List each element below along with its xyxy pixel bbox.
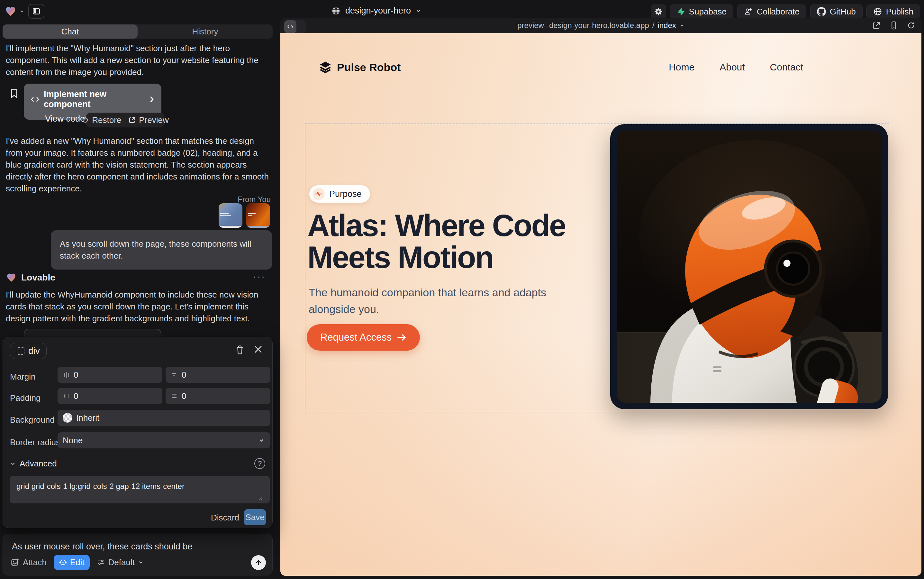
margin-y-value[interactable]	[182, 370, 265, 380]
open-in-new-tab-icon[interactable]	[872, 21, 881, 30]
purpose-badge-label: Purpose	[329, 189, 362, 199]
supabase-icon	[677, 7, 685, 16]
preview-url-host: preview--design-your-hero.lovable.app	[517, 21, 649, 30]
padding-label: Padding	[10, 393, 41, 403]
chevron-down-icon	[10, 461, 16, 467]
hero-subheading: The humanoid companion that learns and a…	[309, 284, 563, 317]
site-nav: Pulse Robot Home About Contact	[318, 58, 883, 76]
code-icon	[31, 96, 39, 103]
attach-button[interactable]: Attach	[11, 558, 47, 568]
mobile-view-icon[interactable]	[889, 21, 898, 30]
sidebar-toggle-button[interactable]	[28, 4, 44, 19]
chevron-down-icon	[679, 23, 684, 28]
request-access-button[interactable]: Request Access	[307, 324, 420, 351]
assistant-message-2: I've added a new "Why Humanoid" section …	[6, 135, 273, 195]
padding-y-icon	[171, 393, 178, 399]
supabase-button[interactable]: Supabase	[670, 5, 733, 19]
edit-mode-button[interactable]: Edit	[54, 555, 90, 570]
padding-x-value[interactable]	[73, 391, 157, 401]
help-icon[interactable]: ?	[254, 458, 265, 469]
preview-url-bar[interactable]: preview--design-your-hero.lovable.app / …	[280, 18, 921, 33]
close-inspector-button[interactable]	[254, 345, 263, 354]
delete-element-button[interactable]	[235, 345, 245, 355]
publish-globe-icon	[873, 7, 882, 16]
preview-button[interactable]: Preview	[128, 115, 168, 125]
supabase-label: Supabase	[689, 7, 726, 17]
hero-robot-card	[610, 124, 888, 409]
classes-textarea[interactable]: grid grid-cols-1 lg:grid-cols-2 gap-12 i…	[10, 476, 270, 504]
advanced-section-toggle[interactable]: Advanced	[10, 459, 57, 469]
site-nav-links: Home About Contact	[669, 62, 803, 73]
arrow-right-icon	[397, 333, 406, 342]
margin-x-input[interactable]	[57, 367, 162, 383]
tab-chat[interactable]: Chat	[3, 25, 137, 39]
message-menu-icon[interactable]: ···	[253, 271, 266, 282]
chat-history-tabs: Chat History	[3, 25, 273, 39]
background-input[interactable]: Inherit	[57, 410, 270, 426]
restore-button[interactable]: Restore	[82, 115, 121, 125]
publish-button[interactable]: Publish	[867, 5, 920, 19]
external-link-icon	[128, 116, 136, 124]
attachment-thumbnail-blue[interactable]	[219, 203, 242, 228]
padding-y-value[interactable]	[182, 391, 265, 401]
preview-url-page: index	[658, 21, 676, 30]
assistant-message-1: I'll implement the "Why Humanoid" sectio…	[6, 43, 273, 78]
attachment-thumbnail-orange[interactable]	[246, 203, 270, 228]
settings-button[interactable]	[651, 5, 666, 19]
assistant-message-3: I'll update the WhyHumanoid component to…	[6, 289, 273, 325]
padding-x-icon	[63, 393, 70, 399]
lovable-heart-icon	[5, 5, 17, 17]
user-message-bubble: As you scroll down the page, these compo…	[51, 230, 272, 270]
discard-button[interactable]: Discard	[211, 510, 240, 525]
site-brand[interactable]: Pulse Robot	[318, 60, 401, 74]
bookmark-icon[interactable]	[10, 89, 19, 98]
robot-hero-image	[617, 131, 882, 403]
border-radius-select[interactable]: None	[57, 432, 270, 448]
padding-x-input[interactable]	[57, 388, 162, 404]
chat-composer[interactable]: As user mouse roll over, these cards sho…	[3, 534, 273, 576]
nav-link-home[interactable]: Home	[669, 62, 694, 73]
send-button[interactable]	[251, 555, 266, 570]
composer-draft-text[interactable]: As user mouse roll over, these cards sho…	[12, 542, 263, 552]
save-button[interactable]: Save	[244, 509, 266, 525]
project-switcher[interactable]: design-your-hero	[331, 6, 421, 16]
model-mode-select[interactable]: Default	[97, 558, 144, 568]
tab-history[interactable]: History	[137, 25, 273, 39]
nav-link-about[interactable]: About	[720, 62, 744, 73]
refresh-icon[interactable]	[907, 21, 916, 30]
margin-y-icon	[171, 371, 178, 378]
lovable-home-menu[interactable]	[5, 5, 24, 17]
border-radius-label: Border radius	[10, 437, 60, 447]
resize-handle[interactable]	[258, 496, 263, 500]
publish-label: Publish	[886, 7, 913, 17]
border-radius-value: None	[63, 435, 83, 445]
lovable-heart-icon	[6, 272, 17, 283]
github-button[interactable]: GitHub	[810, 5, 863, 19]
layers-logo-icon	[318, 60, 333, 74]
margin-x-value[interactable]	[73, 370, 157, 380]
hero-heading: Atlas: Where Code Meets Motion	[307, 209, 632, 273]
selected-element-badge[interactable]: div	[10, 343, 47, 359]
restore-icon	[82, 116, 89, 124]
assistant-name: Lovable	[21, 272, 55, 283]
preview-pane: preview--design-your-hero.lovable.app / …	[280, 18, 921, 576]
globe-icon	[331, 6, 341, 16]
top-bar-actions: Supabase Collaborate GitHub Publish	[651, 5, 920, 19]
element-tag: div	[28, 346, 40, 356]
close-icon	[254, 345, 263, 354]
chevron-down-icon	[415, 8, 421, 14]
margin-y-input[interactable]	[166, 367, 270, 383]
collaborate-icon	[744, 7, 753, 16]
transparent-swatch-icon	[63, 413, 72, 423]
pulse-icon	[312, 188, 325, 200]
github-icon	[817, 7, 826, 16]
nav-link-contact[interactable]: Contact	[770, 62, 803, 73]
project-name: design-your-hero	[345, 6, 411, 16]
gear-icon	[654, 7, 663, 16]
collaborate-button[interactable]: Collaborate	[737, 5, 806, 19]
arrow-up-icon	[255, 559, 262, 566]
padding-y-input[interactable]	[166, 388, 270, 404]
from-you-label: From You	[238, 195, 271, 204]
collaborate-label: Collaborate	[757, 7, 800, 17]
version-actions: Restore Preview	[86, 113, 164, 128]
